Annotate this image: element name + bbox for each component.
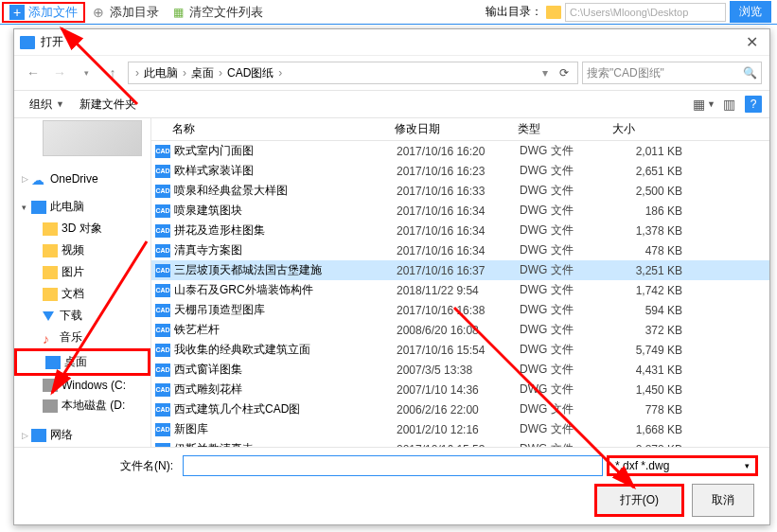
file-row[interactable]: CAD 伊斯兰教清真寺 2017/10/16 15:53 DWG 文件 2,87… — [151, 439, 769, 447]
up-button[interactable]: ↑ — [101, 62, 124, 84]
file-row[interactable]: CAD 喷泉和经典盆景大样图 2017/10/16 16:33 DWG 文件 2… — [151, 181, 769, 201]
nav-drive-c[interactable]: Windows (C: — [14, 376, 150, 395]
dwg-file-icon: CAD — [155, 204, 170, 218]
dialog-sub-toolbar: 组织 ▼ 新建文件夹 ▦ ▼ ▥ ? — [14, 90, 769, 118]
file-size: 1,378 KB — [614, 224, 690, 238]
pc-icon — [31, 201, 46, 214]
file-name: 喷泉和经典盆景大样图 — [174, 183, 397, 199]
file-row[interactable]: CAD 西式窗详图集 2007/3/5 13:38 DWG 文件 4,431 K… — [151, 360, 769, 380]
plus-outline-icon: ⊕ — [91, 5, 106, 20]
new-folder-button[interactable]: 新建文件夹 — [72, 93, 144, 116]
add-file-button[interactable]: + 添加文件 — [2, 2, 85, 23]
col-date-header[interactable]: 修改日期 — [395, 121, 518, 137]
clear-list-button[interactable]: ▦ 清空文件列表 — [165, 2, 269, 23]
file-name: 清真寺方案图 — [174, 242, 397, 258]
organize-button[interactable]: 组织 ▼ — [22, 93, 72, 116]
file-row[interactable]: CAD 欧样式家装详图 2017/10/16 16:23 DWG 文件 2,65… — [151, 161, 769, 181]
file-row[interactable]: CAD 欧式室内门面图 2017/10/16 16:20 DWG 文件 2,01… — [151, 141, 769, 161]
output-path-input[interactable] — [565, 3, 726, 22]
filename-label: 文件名(N): — [26, 458, 179, 474]
dialog-title: 打开 — [41, 34, 740, 50]
dwg-file-icon: CAD — [155, 145, 170, 158]
file-row[interactable]: CAD 天棚吊顶造型图库 2017/10/16 16:38 DWG 文件 594… — [151, 300, 769, 320]
dwg-file-icon: CAD — [155, 185, 170, 198]
preview-pane-button[interactable]: ▥ — [719, 95, 739, 114]
file-size: 778 KB — [614, 403, 690, 417]
file-row[interactable]: CAD 山泰石及GRC外墙装饰构件 2018/11/22 9:54 DWG 文件… — [151, 280, 769, 300]
folder-icon — [43, 222, 58, 236]
nav-network[interactable]: ▷网络 — [14, 424, 150, 446]
desktop-icon — [45, 356, 61, 369]
chevron-down-icon[interactable]: ▾ — [539, 66, 551, 80]
file-row[interactable]: CAD 拼花及造形柱图集 2017/10/16 16:34 DWG 文件 1,3… — [151, 221, 769, 240]
add-dir-label: 添加目录 — [110, 4, 159, 21]
nav-desktop[interactable]: 桌面 — [14, 348, 150, 376]
view-mode-button[interactable]: ▦ ▼ — [689, 95, 719, 114]
chevron-down-icon: ▾ — [745, 461, 750, 470]
nav-pictures[interactable]: 图片 — [14, 261, 150, 283]
nav-this-pc[interactable]: ▾此电脑 — [14, 196, 150, 218]
file-row[interactable]: CAD 西式雕刻花样 2007/1/10 14:36 DWG 文件 1,450 … — [151, 380, 769, 399]
refresh-icon[interactable]: ⟳ — [555, 63, 574, 82]
file-date: 2017/10/16 16:38 — [397, 304, 520, 317]
file-row[interactable]: CAD 清真寺方案图 2017/10/16 16:34 DWG 文件 478 K… — [151, 240, 769, 260]
help-button[interactable]: ? — [745, 96, 762, 113]
file-filter-select[interactable]: *.dxf *.dwg ▾ — [607, 455, 758, 476]
file-row[interactable]: CAD 铁艺栏杆 2008/6/20 16:08 DWG 文件 372 KB — [151, 320, 769, 340]
file-date: 2018/11/22 9:54 — [397, 284, 520, 297]
file-row[interactable]: CAD 我收集的经典欧式建筑立面 2017/10/16 15:54 DWG 文件… — [151, 340, 769, 360]
forward-button[interactable]: → — [48, 62, 71, 84]
add-dir-button[interactable]: ⊕ 添加目录 — [85, 2, 165, 23]
file-type: DWG 文件 — [520, 163, 614, 179]
chevron-right-icon: › — [216, 66, 225, 80]
file-type: DWG 文件 — [520, 302, 614, 318]
file-date: 2006/2/16 22:00 — [397, 403, 520, 417]
drive-icon — [43, 379, 58, 392]
dwg-file-icon: CAD — [155, 165, 170, 178]
cancel-button[interactable]: 取消 — [692, 484, 754, 517]
filename-input[interactable] — [183, 455, 603, 476]
output-section: 输出目录： 浏览 — [486, 1, 775, 23]
nav-music[interactable]: ♪音乐 — [14, 327, 150, 348]
breadcrumb-seg[interactable]: CAD图纸 — [225, 65, 275, 81]
file-size: 1,450 KB — [614, 383, 690, 397]
browse-button[interactable]: 浏览 — [730, 1, 771, 23]
nav-onedrive[interactable]: ▷☁OneDrive — [14, 169, 150, 188]
search-input[interactable]: 搜索"CAD图纸" 🔍 — [582, 62, 762, 84]
nav-videos[interactable]: 视频 — [14, 239, 150, 261]
file-type: DWG 文件 — [520, 342, 614, 358]
file-list: CAD 欧式室内门面图 2017/10/16 16:20 DWG 文件 2,01… — [151, 141, 769, 447]
file-date: 2001/2/10 12:16 — [397, 423, 520, 436]
pictures-icon — [43, 266, 58, 279]
file-size: 372 KB — [614, 324, 690, 337]
file-name: 欧样式家装详图 — [174, 163, 397, 179]
nav-3d-objects[interactable]: 3D 对象 — [14, 218, 150, 239]
file-name: 西式窗详图集 — [174, 362, 397, 378]
close-icon[interactable]: ✕ — [740, 33, 764, 51]
quick-access-thumb[interactable] — [43, 120, 142, 156]
nav-documents[interactable]: 文档 — [14, 283, 150, 305]
col-type-header[interactable]: 类型 — [518, 121, 612, 137]
clear-list-label: 清空文件列表 — [189, 4, 263, 21]
search-icon: 🔍 — [743, 66, 757, 80]
breadcrumb-seg[interactable]: 此电脑 — [142, 65, 180, 81]
col-name-header[interactable]: 名称 — [172, 121, 395, 137]
recent-button[interactable]: ▾ — [75, 62, 97, 84]
file-name: 铁艺栏杆 — [174, 322, 397, 338]
file-type: DWG 文件 — [520, 401, 614, 417]
file-type: DWG 文件 — [520, 262, 614, 278]
nav-downloads[interactable]: 下载 — [14, 305, 150, 327]
breadcrumb[interactable]: › 此电脑 › 桌面 › CAD图纸 › ▾ ⟳ — [128, 62, 578, 84]
dwg-file-icon: CAD — [155, 364, 170, 377]
back-button[interactable]: ← — [22, 62, 44, 84]
breadcrumb-seg[interactable]: 桌面 — [189, 65, 216, 81]
file-row[interactable]: CAD 喷泉建筑图块 2017/10/16 16:34 DWG 文件 186 K… — [151, 201, 769, 221]
file-row[interactable]: CAD 新图库 2001/2/10 12:16 DWG 文件 1,668 KB — [151, 419, 769, 439]
navigation-pane: ▷☁OneDrive ▾此电脑 3D 对象 视频 图片 文档 下载 ♪音乐 桌面… — [14, 118, 151, 447]
file-size: 3,251 KB — [614, 264, 690, 277]
nav-drive-d[interactable]: 本地磁盘 (D: — [14, 395, 150, 417]
open-button[interactable]: 打开(O) — [594, 484, 684, 517]
file-row[interactable]: CAD 西式建筑几个柱式CAD图 2006/2/16 22:00 DWG 文件 … — [151, 399, 769, 419]
col-size-header[interactable]: 大小 — [612, 121, 688, 137]
file-row[interactable]: CAD 三层坡顶天都城法国古堡建施 2017/10/16 16:37 DWG 文… — [151, 260, 769, 280]
